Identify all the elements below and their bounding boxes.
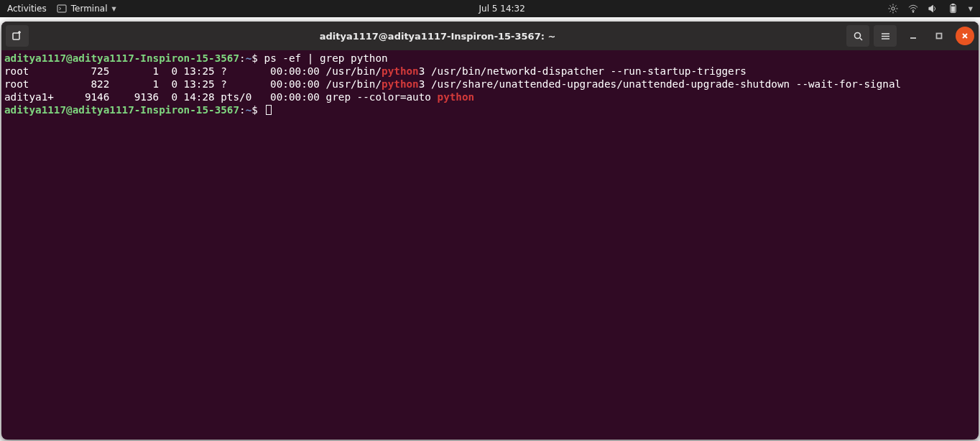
svg-line-8 [889, 11, 890, 11]
titlebar: aditya1117@aditya1117-Inspiron-15-3567: … [1, 22, 979, 50]
new-tab-button[interactable] [6, 25, 29, 47]
clock[interactable]: Jul 5 14:32 [479, 4, 525, 14]
svg-rect-13 [951, 6, 955, 11]
activities-button[interactable]: Activities [7, 4, 47, 14]
status-area[interactable]: ▼ [888, 4, 973, 14]
terminal-app-icon [57, 4, 67, 14]
svg-line-6 [889, 6, 890, 6]
wifi-icon [908, 4, 918, 14]
svg-line-18 [860, 38, 862, 40]
chevron-down-icon: ▼ [111, 6, 116, 12]
brightness-icon [888, 4, 898, 14]
chevron-down-icon: ▼ [969, 6, 973, 12]
terminal-window: aditya1117@aditya1117-Inspiron-15-3567: … [1, 22, 979, 440]
svg-rect-12 [952, 4, 954, 4]
volume-icon [928, 4, 938, 14]
app-menu-label: Terminal [71, 4, 108, 14]
svg-rect-0 [57, 5, 66, 12]
minimize-button[interactable] [904, 27, 923, 45]
close-button[interactable] [956, 27, 974, 45]
svg-rect-14 [13, 33, 19, 40]
hamburger-menu-button[interactable] [874, 25, 897, 47]
svg-rect-23 [937, 34, 942, 39]
svg-line-7 [895, 11, 896, 11]
svg-line-9 [895, 6, 896, 6]
svg-point-17 [854, 32, 860, 38]
maximize-button[interactable] [930, 27, 948, 45]
cursor [266, 105, 272, 115]
gnome-topbar: Activities Terminal ▼ Jul 5 14:32 ▼ [0, 0, 980, 17]
battery-icon [948, 4, 958, 14]
app-menu[interactable]: Terminal ▼ [57, 4, 116, 14]
svg-point-1 [892, 7, 895, 10]
terminal-viewport[interactable]: aditya1117@aditya1117-Inspiron-15-3567:~… [1, 50, 979, 118]
svg-point-10 [912, 11, 914, 13]
window-title: aditya1117@aditya1117-Inspiron-15-3567: … [29, 31, 846, 42]
search-button[interactable] [846, 25, 869, 47]
